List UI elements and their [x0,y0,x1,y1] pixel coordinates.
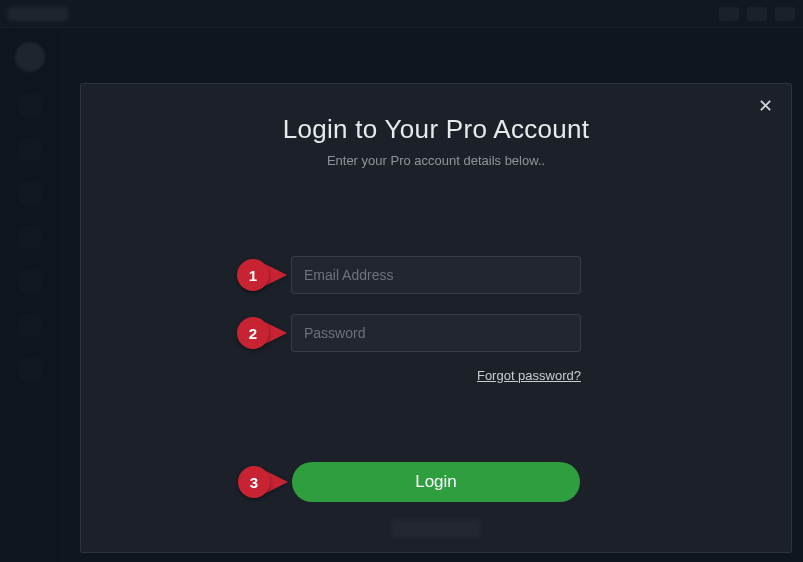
close-glyph: ✕ [758,95,773,117]
password-input[interactable] [291,314,581,352]
sidebar-item-3[interactable] [19,182,41,204]
avatar[interactable] [15,42,45,72]
sidebar-item-5[interactable] [19,270,41,292]
password-row: 2 [291,314,581,352]
close-window-button[interactable] [775,7,795,21]
sidebar-item-1[interactable] [19,94,41,116]
app-title-blur [8,7,68,21]
sidebar [0,28,60,562]
callout-2-bubble: 2 [237,317,269,349]
callout-1-pointer [265,264,287,286]
modal-footer-blur [391,520,481,538]
login-row: 3 Login [292,462,580,502]
sidebar-item-4[interactable] [19,226,41,248]
minimize-button[interactable] [719,7,739,21]
email-row: 1 [291,256,581,294]
modal-content: Login to Your Pro Account Enter your Pro… [81,84,791,502]
login-form: 1 2 Forgot password? 3 [81,256,791,502]
callout-1-bubble: 1 [237,259,269,291]
sidebar-item-7[interactable] [19,358,41,380]
callout-3-bubble: 3 [238,466,270,498]
callout-3-pointer [266,471,288,493]
window-controls [719,7,795,21]
titlebar [0,0,803,28]
modal-subtitle: Enter your Pro account details below.. [327,153,545,168]
callout-2-pointer [265,322,287,344]
close-icon[interactable]: ✕ [753,94,777,118]
sidebar-item-2[interactable] [19,138,41,160]
forgot-password-link[interactable]: Forgot password? [477,368,581,383]
sidebar-item-6[interactable] [19,314,41,336]
callout-2: 2 [237,317,287,349]
modal-title: Login to Your Pro Account [283,114,590,145]
forgot-row: Forgot password? [291,366,581,384]
callout-1: 1 [237,259,287,291]
login-button[interactable]: Login [292,462,580,502]
login-modal: ✕ Login to Your Pro Account Enter your P… [80,83,792,553]
email-input[interactable] [291,256,581,294]
callout-3: 3 [238,466,288,498]
maximize-button[interactable] [747,7,767,21]
